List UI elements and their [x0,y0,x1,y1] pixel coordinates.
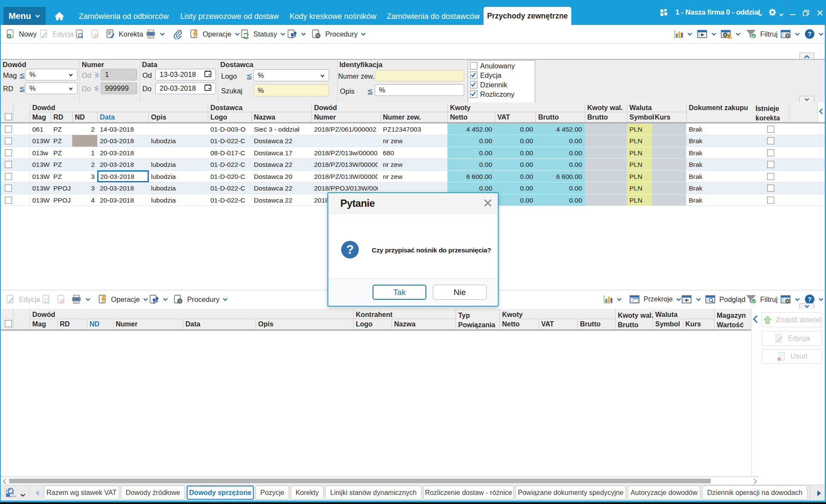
svg-text:?: ? [808,295,811,303]
svg-text:?: ? [808,30,811,37]
